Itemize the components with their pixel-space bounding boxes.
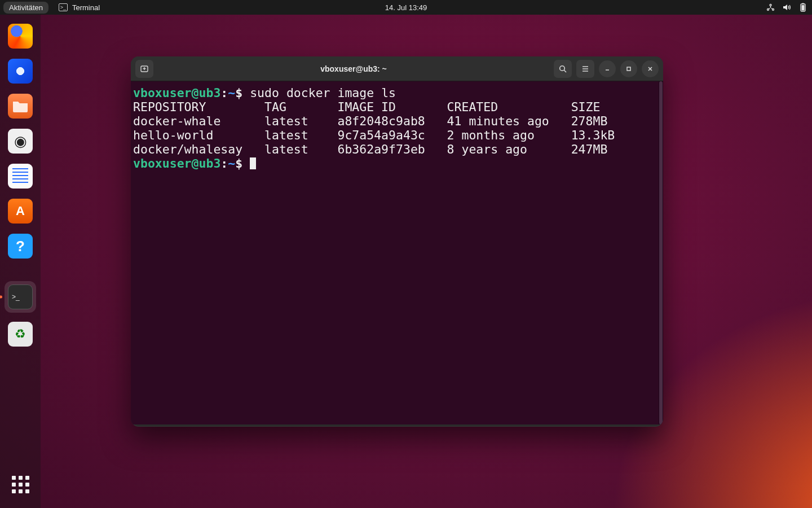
- svg-point-7: [560, 65, 565, 71]
- svg-rect-8: [627, 67, 630, 71]
- speaker-icon: ◉: [8, 129, 33, 154]
- terminal-scrollbar[interactable]: [659, 81, 663, 424]
- show-applications-button[interactable]: [7, 471, 34, 498]
- dock: ◉ ? >_ ♻: [0, 15, 41, 508]
- terminal-output-line: hello-world latest 9c7a54a9a43c 2 months…: [133, 128, 656, 142]
- clock[interactable]: 14. Jul 13:49: [385, 3, 427, 12]
- terminal-output-line: docker-whale latest a8f2048c9ab8 41 minu…: [133, 114, 656, 128]
- terminal-icon: >_: [59, 3, 68, 11]
- firefox-icon: [8, 24, 33, 49]
- svg-rect-4: [802, 3, 804, 5]
- dock-trash[interactable]: ♻: [7, 321, 34, 348]
- terminal-cursor: [250, 157, 256, 169]
- window-title: vboxuser@ub3: ~: [158, 64, 549, 73]
- files-icon: [8, 94, 33, 119]
- volume-icon[interactable]: [783, 3, 792, 11]
- help-icon: ?: [8, 234, 33, 259]
- minimize-button[interactable]: [599, 60, 616, 77]
- dock-firefox[interactable]: [7, 23, 34, 50]
- system-tray[interactable]: [766, 3, 806, 12]
- network-icon[interactable]: [766, 3, 775, 11]
- terminal-header-line: REPOSITORY TAG IMAGE ID CREATED SIZE: [133, 100, 656, 114]
- software-icon: [8, 199, 33, 224]
- terminal-output-line: docker/whalesay latest 6b362a9f73eb 8 ye…: [133, 142, 656, 156]
- dock-terminal[interactable]: >_: [5, 281, 36, 313]
- thunderbird-icon: [8, 59, 33, 84]
- dock-software[interactable]: [7, 198, 34, 225]
- document-icon: [8, 164, 33, 189]
- terminal-window: vboxuser@ub3: ~ vboxuser@ub3:~$ sudo doc…: [131, 56, 663, 427]
- terminal-line: vboxuser@ub3:~$ sudo docker image ls: [133, 86, 656, 100]
- activities-button[interactable]: Aktivitäten: [3, 2, 48, 14]
- appmenu-terminal[interactable]: >_ Terminal: [59, 3, 100, 12]
- dock-thunderbird[interactable]: [7, 58, 34, 85]
- dock-writer[interactable]: [7, 163, 34, 190]
- trash-icon: ♻: [8, 322, 33, 347]
- battery-icon[interactable]: [800, 3, 806, 12]
- svg-point-0: [770, 5, 771, 6]
- appmenu-label: Terminal: [72, 3, 100, 12]
- terminal-app-icon: >_: [8, 284, 33, 309]
- new-tab-button[interactable]: [135, 60, 153, 78]
- dock-files[interactable]: [7, 93, 34, 120]
- dock-rhythmbox[interactable]: ◉: [7, 128, 34, 155]
- gnome-topbar: Aktivitäten >_ Terminal 14. Jul 13:49: [0, 0, 812, 15]
- scrollbar-thumb[interactable]: [659, 81, 663, 424]
- dock-help[interactable]: ?: [7, 233, 34, 260]
- search-button[interactable]: [554, 60, 572, 78]
- hamburger-menu-button[interactable]: [576, 60, 594, 78]
- terminal-titlebar: vboxuser@ub3: ~: [131, 56, 663, 81]
- svg-rect-5: [802, 5, 805, 11]
- terminal-viewport[interactable]: vboxuser@ub3:~$ sudo docker image lsREPO…: [131, 81, 659, 424]
- maximize-button[interactable]: [620, 60, 637, 77]
- close-button[interactable]: [642, 60, 659, 77]
- terminal-prompt-line: vboxuser@ub3:~$: [133, 156, 656, 170]
